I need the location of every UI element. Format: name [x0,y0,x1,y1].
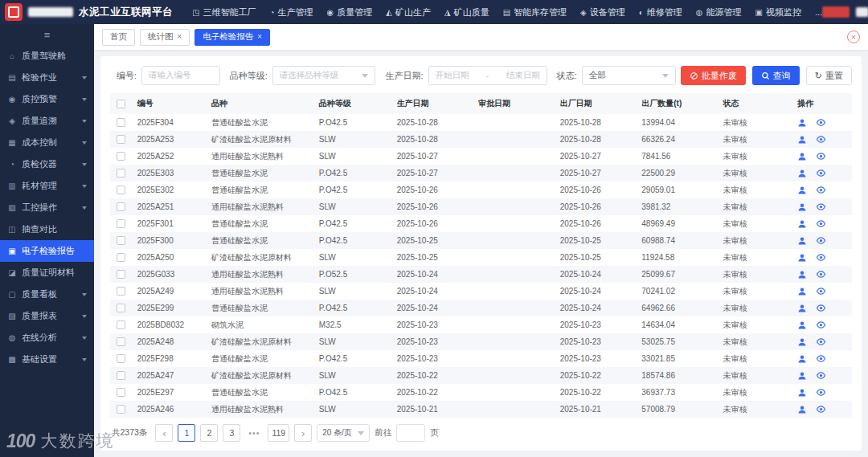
view-icon[interactable] [816,286,826,296]
sidebar-item[interactable]: ▧ 工控操作 [0,197,94,218]
row-checkbox[interactable] [117,337,125,346]
audit-icon[interactable] [797,287,807,296]
page-number-button[interactable]: ••• [245,424,263,442]
row-checkbox[interactable] [117,169,125,177]
audit-icon[interactable] [797,337,807,347]
table-row[interactable]: 2025G033 通用硅酸盐水泥熟料 P.O52.5 2025-10-24 20… [110,266,852,283]
top-nav-item[interactable]: ◮ 矿山质量 [444,6,489,18]
row-checkbox[interactable] [117,186,125,194]
table-row[interactable]: 2025A249 通用硅酸盐水泥熟料 SLW 2025-10-24 2025-1… [110,283,852,300]
reset-button[interactable]: 重置 [806,66,852,85]
view-icon[interactable] [816,202,826,212]
row-checkbox[interactable] [117,152,125,161]
table-row[interactable]: 2025A247 矿渣硅酸盐水泥原材料 SLW 2025-10-22 2025-… [110,367,852,384]
view-icon[interactable] [816,235,826,246]
next-page-button[interactable] [294,424,312,442]
sidebar-item[interactable]: ▥ 耗材管理 [0,175,94,197]
table-row[interactable]: 2025A248 矿渣硅酸盐水泥原材料 SLW 2025-10-23 2025-… [110,333,852,350]
row-checkbox[interactable] [117,320,125,329]
view-icon[interactable] [816,117,826,128]
top-nav-item[interactable]: ◔ 生产管理 [269,6,313,18]
top-nav-item[interactable]: ◈ 设备管理 [580,6,625,18]
sidebar-item[interactable]: ▦ 成本控制 [0,132,94,153]
table-row[interactable]: 2025F301 普通硅酸盐水泥 P.O42.5 2025-10-26 2025… [110,215,852,232]
view-icon[interactable] [816,269,826,280]
view-icon[interactable] [816,151,826,161]
sidebar-item[interactable]: ◈ 质量追溯 [0,110,94,132]
view-icon[interactable] [816,185,826,195]
audit-icon[interactable] [797,388,807,398]
audit-icon[interactable] [797,304,807,313]
row-checkbox[interactable] [117,135,125,144]
table-row[interactable]: 2025A250 矿渣硅酸盐水泥原材料 SLW 2025-10-25 2025-… [110,249,852,266]
tab[interactable]: 统计图 [140,29,190,46]
sidebar-item[interactable]: ◪ 质量证明材料 [0,262,94,284]
select-all-checkbox[interactable] [117,100,125,108]
audit-icon[interactable] [797,405,807,414]
view-icon[interactable] [816,252,826,263]
row-checkbox[interactable] [117,219,125,228]
prev-page-button[interactable] [155,424,173,442]
view-icon[interactable] [816,168,826,178]
table-row[interactable]: 2025A246 通用硅酸盐水泥熟料 SLW 2025-10-21 2025-1… [110,401,852,418]
view-icon[interactable] [816,218,826,229]
table-row[interactable]: 2025A253 矿渣硅酸盐水泥原材料 SLW 2025-10-28 2025-… [110,131,852,148]
sidebar-item[interactable]: ◉ 质控预警 [0,88,94,110]
top-nav-item[interactable]: ... [815,7,822,17]
sidebar-item[interactable]: ◔ 质检仪器 [0,153,94,175]
audit-icon[interactable] [797,202,807,212]
row-checkbox[interactable] [117,202,125,211]
table-row[interactable]: 2025E299 普通硅酸盐水泥 P.O42.5 2025-10-24 2025… [110,300,852,316]
audit-icon[interactable] [797,253,807,263]
close-all-tabs-icon[interactable] [847,31,860,43]
top-nav-item[interactable]: ◍ 能源管理 [696,6,742,18]
row-checkbox[interactable] [117,287,125,296]
audit-icon[interactable] [797,186,807,195]
audit-icon[interactable] [797,219,807,229]
tab-close-icon[interactable] [178,33,182,41]
row-checkbox[interactable] [117,270,125,279]
page-size-select[interactable]: 20 条/页 [317,424,370,442]
page-number-button[interactable]: 119 [268,424,289,442]
view-icon[interactable] [816,320,826,330]
table-row[interactable]: 2025E302 普通硅酸盐水泥 P.O42.5 2025-10-26 2025… [110,182,852,198]
audit-icon[interactable] [797,371,807,381]
table-row[interactable]: 2025A252 通用硅酸盐水泥熟料 SLW 2025-10-27 2025-1… [110,148,852,165]
audit-icon[interactable] [797,135,807,145]
audit-icon[interactable] [797,152,807,161]
tab[interactable]: 首页 [102,29,135,46]
audit-icon[interactable] [797,236,807,246]
grade-select[interactable]: 请选择品种等级 [272,66,376,85]
row-checkbox[interactable] [117,354,125,363]
row-checkbox[interactable] [117,118,125,127]
sidebar-item[interactable]: ▣ 电子检验报告 [0,240,94,262]
top-nav-item[interactable]: ◭ 矿山生产 [386,6,431,18]
table-row[interactable]: 2025E303 普通硅酸盐水泥 P.O42.5 2025-10-27 2025… [110,165,852,182]
sidebar-item[interactable]: ▢ 质量看板 [0,284,94,305]
sidebar-item[interactable]: ◍ 在线分析 [0,327,94,349]
row-checkbox[interactable] [117,405,125,414]
row-checkbox[interactable] [117,388,125,397]
date-range-picker[interactable]: 开始日期 - 结束日期 [428,66,547,85]
table-row[interactable]: 2025BD8032 砌筑水泥 M32.5 2025-10-23 2025-10… [110,316,852,333]
view-icon[interactable] [816,404,826,414]
top-nav-item[interactable]: ◐ 维修管理 [639,6,682,18]
row-checkbox[interactable] [117,236,125,245]
view-icon[interactable] [816,337,826,347]
row-checkbox[interactable] [117,304,125,312]
page-number-button[interactable]: 3 [223,424,240,442]
table-row[interactable]: 2025E297 普通硅酸盐水泥 P.O42.5 2025-10-22 2025… [110,384,852,401]
audit-icon[interactable] [797,320,807,330]
top-nav-item[interactable]: ◳ 三维智能工厂 [192,6,256,18]
table-row[interactable]: 2025F300 普通硅酸盐水泥 P.O42.5 2025-10-25 2025… [110,232,852,249]
view-icon[interactable] [816,134,826,145]
search-button[interactable]: 查询 [752,66,800,85]
table-row[interactable]: 2025F304 普通硅酸盐水泥 P.O42.5 2025-10-28 2025… [110,114,852,131]
view-icon[interactable] [816,353,826,364]
sidebar-item[interactable]: ◫ 抽查对比 [0,218,94,240]
sidebar-collapse-icon[interactable]: ≡ [0,24,94,45]
sidebar-item[interactable]: ⌂ 质量驾驶舱 [0,45,94,67]
goto-page-input[interactable] [396,424,425,442]
tab[interactable]: 电子检验报告 [194,29,270,46]
top-nav-item[interactable]: ◉ 质量管理 [327,6,373,18]
